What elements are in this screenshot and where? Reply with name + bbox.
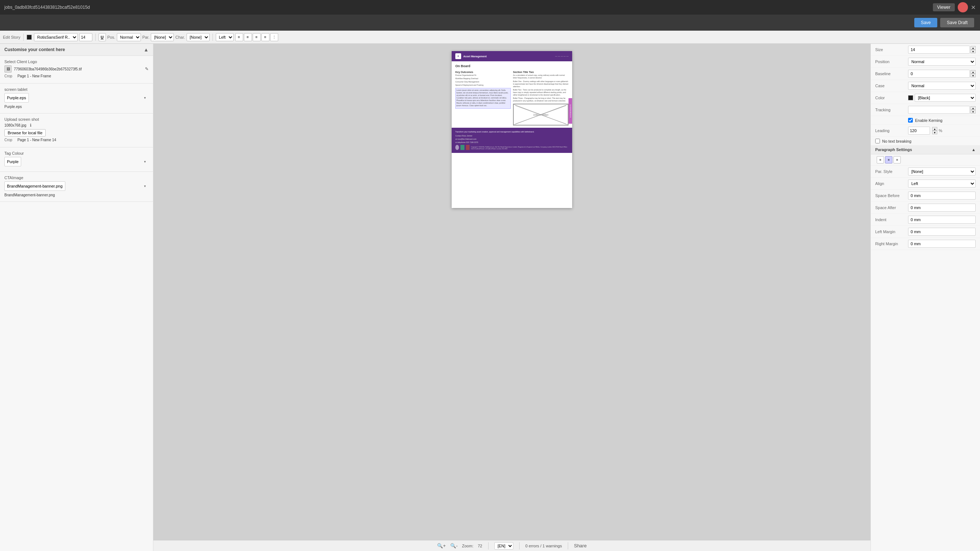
font-size-input[interactable] xyxy=(79,33,92,41)
canvas-area: B Asset Management — — — — — On Board Ke… xyxy=(153,44,870,551)
color-swatch[interactable] xyxy=(908,95,913,100)
no-text-breaking-checkbox[interactable] xyxy=(875,139,880,143)
baseline-input[interactable] xyxy=(908,70,970,78)
left-margin-label: Left Margin xyxy=(875,230,908,234)
close-button[interactable]: ✕ xyxy=(971,4,975,11)
leading-down-btn[interactable]: ▼ xyxy=(932,131,937,134)
size-row: Size ▲ ▼ xyxy=(871,44,980,56)
baseline-down-btn[interactable]: ▼ xyxy=(970,74,975,77)
leading-input-group: ▲ ▼ % xyxy=(908,127,942,135)
case-label: Case xyxy=(875,84,908,88)
baseline-stepper: ▲ ▼ xyxy=(970,70,975,77)
paragraph-settings-header[interactable]: Paragraph Settings ▲ xyxy=(871,145,980,154)
position-select[interactable]: Normal xyxy=(117,33,141,41)
canvas-header-logo: Asset Management xyxy=(463,55,487,58)
right-margin-input[interactable] xyxy=(908,240,975,248)
tracking-input[interactable] xyxy=(908,106,970,114)
share-button[interactable]: Share xyxy=(574,543,587,548)
align-select-right[interactable]: Left xyxy=(908,179,975,187)
cta-image-select[interactable]: BrandManagement-banner.png xyxy=(5,181,65,191)
paragraph-align-icons: ≡ ≡ ≡ xyxy=(877,156,901,164)
save-draft-button[interactable]: Save Draft xyxy=(940,18,974,27)
tracking-row: Tracking ▲ ▼ xyxy=(871,104,980,116)
user-avatar[interactable] xyxy=(958,2,968,13)
tracking-down-btn[interactable]: ▼ xyxy=(970,110,975,113)
screen-tablet-section: screen tablet Purple.eps Purple.eps xyxy=(0,84,153,113)
outcome-3: Consumer Duty Management xyxy=(455,81,511,83)
outcome-1: Precise Organisational Fit xyxy=(455,74,511,77)
file-icon: 🖼 xyxy=(5,65,12,73)
tracking-up-btn[interactable]: ▲ xyxy=(970,106,975,110)
para-align-center-btn[interactable]: ≡ xyxy=(885,156,892,164)
client-logo-section: Select Client Logo 🖼 77960603ba764986b36… xyxy=(0,56,153,84)
screen-tablet-select[interactable]: Purple.eps xyxy=(5,93,29,103)
baseline-up-btn[interactable]: ▲ xyxy=(970,70,975,74)
upload-size-row: 1080x768.jpg ℹ xyxy=(5,123,149,128)
bullet-two: Bullet Two - Texts can be produced to co… xyxy=(513,89,568,96)
space-before-input[interactable] xyxy=(908,192,975,200)
left-margin-input[interactable] xyxy=(908,228,975,236)
align-left-btn[interactable]: ≡ xyxy=(235,33,243,41)
tag-colour-select[interactable]: Purple xyxy=(5,157,21,167)
para-align-left-btn[interactable]: ≡ xyxy=(877,156,884,164)
tracking-stepper: ▲ ▼ xyxy=(970,106,975,113)
save-button[interactable]: Save xyxy=(914,18,937,27)
zoom-in-btn[interactable]: 🔍+ xyxy=(437,543,446,548)
underline-button[interactable]: U xyxy=(99,33,106,41)
upload-shot-size: 1080x768.jpg xyxy=(5,123,26,127)
text-color-indicator xyxy=(27,35,32,40)
case-select[interactable]: Normal xyxy=(908,82,975,90)
leading-input[interactable] xyxy=(908,127,930,135)
top-bar: jobs_0adb83fcd5144383812bcaf52e81015d Vi… xyxy=(0,0,980,14)
align-justify-btn[interactable]: ≡ xyxy=(261,33,269,41)
upload-shot-section: Upload screen shot 1080x768.jpg ℹ Browse… xyxy=(0,113,153,148)
leading-row: Leading ▲ ▼ % xyxy=(871,125,980,137)
space-after-input[interactable] xyxy=(908,203,975,212)
footer-contact-email: at ross@be-thebrand.com xyxy=(455,138,568,140)
size-label: Size xyxy=(875,48,908,52)
zoom-out-btn[interactable]: 🔍- xyxy=(450,543,458,548)
bullet-one: Bullet One - Dummy settings with other l… xyxy=(513,80,568,88)
align-select[interactable]: Left xyxy=(216,33,234,41)
screen-tablet-row: Purple.eps xyxy=(5,93,149,103)
selected-text-block[interactable]: Lorem ipsum dolor sit amet, consectetur … xyxy=(455,88,511,109)
leading-up-btn[interactable]: ▲ xyxy=(932,127,937,131)
para-align-right-btn[interactable]: ≡ xyxy=(894,156,901,164)
left-panel: Customise your content here ▲ Select Cli… xyxy=(0,44,153,551)
font-family-select[interactable]: RotisSansSerif R... xyxy=(34,33,78,41)
canvas-right-col: Section Title Two As a simulation of act… xyxy=(513,71,568,125)
align-options-btn[interactable]: ⋮ xyxy=(270,33,278,41)
paragraph-settings-title: Paragraph Settings xyxy=(875,148,912,152)
size-input[interactable] xyxy=(908,46,970,54)
panel-toggle-button[interactable]: ▲ xyxy=(143,47,149,52)
status-divider-3 xyxy=(568,542,568,549)
browse-local-file-button[interactable]: Browse for local file xyxy=(5,129,46,137)
align-row: Align Left xyxy=(871,178,980,190)
canvas-title-section: On Board xyxy=(452,61,572,71)
zoom-label: Zoom: xyxy=(462,544,473,548)
tag-colour-label: Tag Colour xyxy=(5,151,149,156)
indent-input[interactable] xyxy=(908,216,975,224)
language-select[interactable]: [EN] xyxy=(495,542,513,549)
size-up-btn[interactable]: ▲ xyxy=(970,46,975,50)
viewer-button[interactable]: Viewer xyxy=(933,3,955,11)
color-select[interactable]: [Black] xyxy=(915,94,975,102)
enable-kerning-checkbox[interactable] xyxy=(908,118,913,122)
position-select[interactable]: Normal xyxy=(908,58,975,66)
case-row: Case Normal xyxy=(871,80,980,92)
footer-logos: Copyright © 2024 Be-TheBrand.com. Be The… xyxy=(455,145,568,150)
zoom-value: 72 xyxy=(477,544,482,548)
par-style-select[interactable]: [None] xyxy=(908,167,975,176)
par-select[interactable]: [None] xyxy=(151,33,174,41)
char-select[interactable]: [None] xyxy=(186,33,210,41)
size-down-btn[interactable]: ▼ xyxy=(970,50,975,53)
errors-label: 0 errors / 1 warnings xyxy=(525,544,562,548)
align-center-btn[interactable]: ≡ xyxy=(244,33,252,41)
status-divider-2 xyxy=(519,542,520,549)
indent-label: Indent xyxy=(875,218,908,222)
align-right-btn[interactable]: ≡ xyxy=(253,33,261,41)
canvas-side-bar: SYSTEM INSIGHTS xyxy=(568,98,572,124)
right-panel: Size ▲ ▼ Position Normal Baseline ▲ ▼ xyxy=(870,44,980,551)
position-label: Position xyxy=(875,59,908,64)
page-canvas: B Asset Management — — — — — On Board Ke… xyxy=(452,51,572,208)
